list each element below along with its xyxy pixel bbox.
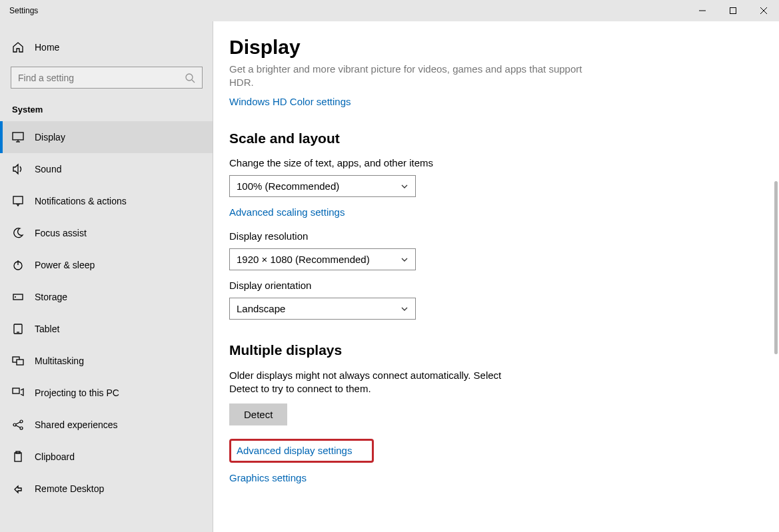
clipboard-icon	[12, 451, 24, 463]
sidebar-item-project[interactable]: Projecting to this PC	[0, 377, 213, 409]
close-button[interactable]	[748, 0, 779, 21]
sidebar-item-display[interactable]: Display	[0, 121, 213, 153]
remote-icon	[12, 483, 24, 495]
nav-list: DisplaySoundNotifications & actionsFocus…	[0, 121, 213, 505]
text-size-select[interactable]: 100% (Recommended)	[229, 175, 416, 197]
sidebar-item-label: Sound	[35, 164, 61, 174]
advanced-display-link[interactable]: Advanced display settings	[237, 445, 352, 456]
search-icon	[185, 73, 195, 83]
window-title: Settings	[0, 6, 38, 15]
minimize-icon	[699, 7, 706, 14]
svg-rect-9	[13, 196, 23, 204]
share-icon	[12, 419, 24, 431]
maximize-icon	[730, 7, 736, 14]
sidebar-item-share[interactable]: Shared experiences	[0, 409, 213, 441]
scrollbar-thumb[interactable]	[774, 181, 778, 354]
titlebar: Settings	[0, 0, 779, 21]
project-icon	[12, 387, 24, 399]
home-icon	[12, 41, 24, 53]
maximize-button[interactable]	[718, 0, 748, 21]
multiple-displays-desc: Older displays might not always connect …	[229, 369, 529, 396]
svg-rect-24	[15, 453, 21, 461]
advanced-scaling-link[interactable]: Advanced scaling settings	[229, 206, 345, 218]
chevron-down-icon	[400, 182, 408, 190]
svg-point-20	[20, 420, 23, 423]
sidebar-item-label: Tablet	[35, 324, 59, 334]
highlight-box: Advanced display settings	[229, 439, 374, 463]
sidebar: Home System DisplaySoundNotifications & …	[0, 21, 213, 532]
search-box[interactable]	[11, 67, 203, 89]
tablet-icon	[12, 323, 24, 335]
svg-line-23	[16, 425, 20, 427]
sidebar-item-sound[interactable]: Sound	[0, 153, 213, 185]
close-icon	[760, 7, 767, 14]
chevron-down-icon	[400, 305, 408, 313]
sidebar-item-label: Notifications & actions	[35, 196, 127, 206]
text-size-label: Change the size of text, apps, and other…	[229, 157, 602, 168]
detect-button[interactable]: Detect	[229, 403, 287, 425]
sidebar-item-storage[interactable]: Storage	[0, 281, 213, 313]
scrollbar[interactable]	[774, 21, 778, 532]
sidebar-item-label: Projecting to this PC	[35, 388, 119, 398]
svg-point-13	[15, 296, 16, 298]
resolution-label: Display resolution	[229, 230, 602, 242]
sidebar-item-label: Focus assist	[35, 228, 87, 238]
sidebar-item-label: Shared experiences	[35, 419, 118, 430]
hdr-description: Get a brighter and more vibrant picture …	[229, 63, 602, 89]
sidebar-item-label: Clipboard	[35, 451, 75, 462]
sidebar-item-label: Display	[35, 132, 65, 142]
orientation-label: Display orientation	[229, 280, 602, 291]
minimize-button[interactable]	[687, 0, 718, 21]
sidebar-item-multitask[interactable]: Multitasking	[0, 345, 213, 377]
storage-icon	[12, 291, 24, 303]
resolution-select[interactable]: 1920 × 1080 (Recommended)	[229, 248, 416, 270]
sidebar-item-label: Multitasking	[35, 356, 84, 366]
resolution-value: 1920 × 1080 (Recommended)	[237, 254, 370, 265]
multiple-displays-heading: Multiple displays	[229, 342, 602, 358]
search-input[interactable]	[18, 73, 185, 83]
chevron-down-icon	[400, 256, 408, 264]
orientation-select[interactable]: Landscape	[229, 298, 416, 320]
scale-heading: Scale and layout	[229, 131, 602, 146]
sidebar-item-label: Remote Desktop	[35, 483, 104, 494]
svg-rect-17	[17, 360, 23, 365]
svg-rect-18	[13, 388, 19, 394]
sidebar-item-remote[interactable]: Remote Desktop	[0, 473, 213, 505]
sidebar-item-notifications[interactable]: Notifications & actions	[0, 185, 213, 217]
multitask-icon	[12, 355, 24, 367]
category-label: System	[0, 99, 213, 121]
hd-color-link[interactable]: Windows HD Color settings	[229, 96, 351, 107]
orientation-value: Landscape	[237, 303, 285, 314]
home-nav[interactable]: Home	[0, 35, 213, 60]
sidebar-item-tablet[interactable]: Tablet	[0, 313, 213, 345]
power-icon	[12, 259, 24, 271]
sidebar-item-moon[interactable]: Focus assist	[0, 217, 213, 249]
svg-point-4	[186, 74, 193, 81]
display-icon	[12, 131, 24, 143]
sidebar-item-power[interactable]: Power & sleep	[0, 249, 213, 281]
content-area: Display Get a brighter and more vibrant …	[213, 21, 779, 532]
sound-icon	[12, 163, 24, 175]
svg-rect-1	[730, 8, 736, 14]
home-label: Home	[35, 42, 59, 53]
svg-line-5	[192, 80, 195, 83]
svg-rect-6	[13, 133, 23, 140]
svg-point-19	[13, 423, 16, 426]
graphics-settings-link[interactable]: Graphics settings	[229, 472, 307, 483]
notifications-icon	[12, 195, 24, 207]
moon-icon	[12, 227, 24, 239]
sidebar-item-label: Storage	[35, 292, 67, 302]
sidebar-item-label: Power & sleep	[35, 260, 95, 270]
svg-point-21	[20, 427, 23, 429]
sidebar-item-clipboard[interactable]: Clipboard	[0, 441, 213, 473]
svg-line-22	[16, 422, 20, 424]
text-size-value: 100% (Recommended)	[237, 180, 339, 192]
page-title: Display	[229, 36, 752, 59]
